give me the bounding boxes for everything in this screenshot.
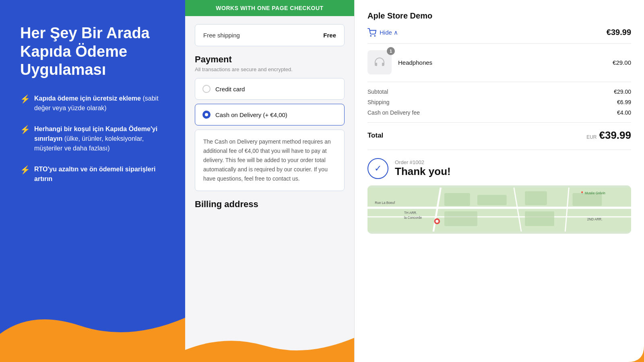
right-bottom-wave [596,330,644,362]
subtotal-label: Subtotal [367,88,388,95]
bolt-icon-2: ⚡ [20,125,30,134]
svg-point-20 [436,220,438,222]
cod-info-box: The Cash on Delivery payment method requ… [195,130,345,191]
feature-item-3: ⚡ RTO'yu azaltın ve ön ödemeli siparişle… [20,165,169,184]
shipping-sum-label: Shipping [367,99,390,105]
thankyou-message: Thank you! [395,165,451,178]
bolt-icon-1: ⚡ [20,94,30,104]
total-amount: €39.99 [599,129,631,142]
thankyou-row: ✓ Order #1002 Thank you! [367,158,631,179]
check-icon: ✓ [374,163,382,174]
cod-radio[interactable] [202,111,211,119]
feature-item-2: ⚡ Herhangi bir koşul için Kapıda Ödeme'y… [20,124,169,153]
cart-left: Hide ∧ [367,28,398,37]
payment-title: Payment [195,54,345,65]
works-badge: WORKS WITH ONE PAGE CHECKOUT [185,0,354,16]
svg-text:la Concorde: la Concorde [404,216,422,220]
shipping-box: Free shipping Free [195,24,345,46]
cod-fee-row: Cash on Delivery fee €4.00 [367,109,631,116]
svg-rect-10 [444,212,477,226]
middle-panel: WORKS WITH ONE PAGE CHECKOUT Free shippi… [185,0,354,362]
product-name: Headphones [398,59,606,66]
cart-icon [367,28,376,37]
order-number: Order #1002 [395,159,451,165]
credit-card-option[interactable]: Credit card [195,78,345,100]
feature-text-3: RTO'yu azaltın ve ön ödemeli siparişleri… [34,165,169,184]
billing-title: Billing address [195,199,345,210]
svg-text:Rue La Boeuf: Rue La Boeuf [375,201,395,205]
check-circle: ✓ [367,158,388,179]
product-image-wrap: 1 [367,50,392,74]
store-name: Aple Store Demo [367,11,631,21]
thankyou-text: Order #1002 Thank you! [395,159,451,178]
shipping-row: Shipping €6.99 [367,99,631,105]
bolt-icon-3: ⚡ [20,165,30,175]
hide-button[interactable]: Hide ∧ [380,29,398,36]
feature-text-2: Herhangi bir koşul için Kapıda Ödeme'yi … [34,124,169,153]
payment-section: Payment All transactions are secure and … [195,54,345,191]
svg-text:2ND ARR.: 2ND ARR. [587,218,603,221]
orange-wave [0,298,185,362]
shipping-price: Free [323,32,336,39]
cod-fee-label: Cash on Delivery fee [367,109,420,116]
cod-radio-inner [205,113,208,116]
cod-label: Cash on Delivery (+ €4,00) [215,111,287,118]
product-price: €29.00 [613,59,631,66]
total-row: Total EUR €39.99 [367,129,631,150]
cod-option[interactable]: Cash on Delivery (+ €4,00) [195,104,345,125]
summary-rows: Subtotal €29.00 Shipping €6.99 Cash on D… [367,88,631,123]
svg-text:📍 Musée Grévin: 📍 Musée Grévin [580,191,606,195]
middle-bottom-wave [185,330,354,362]
cod-fee-value: €4.00 [617,109,631,116]
svg-point-1 [374,35,375,36]
cart-header: Hide ∧ €39.99 [367,28,631,44]
hero-title: Her Şey Bir AradaKapıda ÖdemeUygulaması [20,24,169,79]
subtotal-row: Subtotal €29.00 [367,88,631,95]
total-right: EUR €39.99 [586,129,631,142]
svg-rect-13 [572,193,602,206]
middle-content: Free shipping Free Payment All transacti… [185,16,354,362]
svg-rect-8 [444,193,470,206]
total-label: Total [367,132,383,140]
currency-label: EUR [586,134,597,140]
credit-card-radio[interactable] [202,85,211,93]
credit-card-label: Credit card [215,86,245,93]
feature-item-1: ⚡ Kapıda ödeme için ücretsiz ekleme (sab… [20,94,169,113]
svg-text:TH ARR.: TH ARR. [404,211,417,215]
svg-rect-9 [477,195,507,205]
cod-info-text: The Cash on Delivery payment method requ… [203,137,336,183]
shipping-sum-value: €6.99 [617,99,631,105]
map-svg: Rue La Boeuf 📍 Musée Grévin TH ARR. la C… [367,185,631,234]
billing-section: Billing address [195,199,345,214]
right-panel: Aple Store Demo Hide ∧ €39.99 1 [354,0,644,362]
svg-rect-11 [525,191,547,206]
chevron-up-icon: ∧ [394,29,398,36]
feature-list: ⚡ Kapıda ödeme için ücretsiz ekleme (sab… [20,94,169,184]
feature-text-1: Kapıda ödeme için ücretsiz ekleme (sabit… [34,94,169,113]
hide-label: Hide [380,29,392,36]
left-panel: Her Şey Bir AradaKapıda ÖdemeUygulaması … [0,0,185,362]
product-row: 1 Headphones €29.00 [367,50,631,82]
payment-subtitle: All transactions are secure and encrypte… [195,66,345,72]
cart-total: €39.99 [607,28,631,37]
subtotal-value: €29.00 [614,88,631,95]
shipping-label: Free shipping [203,32,240,39]
svg-point-0 [370,35,371,36]
product-qty-badge: 1 [387,47,395,55]
headphones-icon [372,55,387,70]
map-placeholder: Rue La Boeuf 📍 Musée Grévin TH ARR. la C… [367,185,631,234]
svg-rect-12 [525,212,554,226]
